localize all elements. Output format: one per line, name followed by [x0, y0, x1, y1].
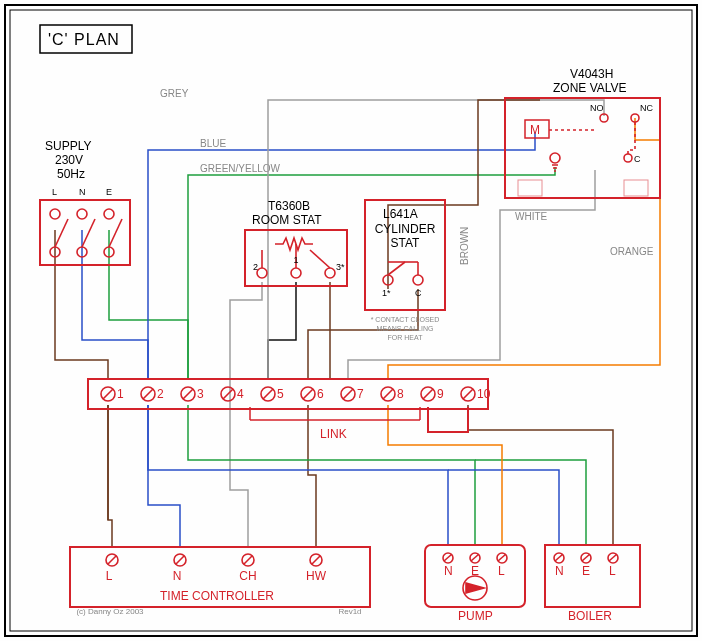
- svg-point-58: [624, 154, 632, 162]
- svg-text:E: E: [471, 564, 479, 578]
- boiler-block: N E L BOILER: [545, 545, 640, 623]
- wiring-diagram: 'C' PLAN GREEN/YELLOW BLUE: [0, 0, 702, 641]
- svg-text:C: C: [415, 288, 422, 298]
- pump-block: N E L PUMP: [425, 545, 525, 623]
- svg-text:L: L: [106, 569, 113, 583]
- svg-text:7: 7: [357, 387, 364, 401]
- svg-text:ROOM STAT: ROOM STAT: [252, 213, 322, 227]
- svg-text:9: 9: [437, 387, 444, 401]
- svg-line-22: [55, 219, 68, 247]
- svg-line-75: [263, 389, 273, 399]
- cylinder-stat-block: L641A CYLINDER STAT 1* C * CONTACT CLOSE…: [365, 200, 445, 341]
- svg-line-128: [582, 554, 590, 561]
- title-box: 'C' PLAN: [40, 25, 132, 53]
- svg-text:L: L: [498, 564, 505, 578]
- svg-text:* CONTACT CLOSED: * CONTACT CLOSED: [371, 316, 440, 323]
- svg-text:2: 2: [157, 387, 164, 401]
- svg-text:BROWN: BROWN: [459, 227, 470, 265]
- svg-text:8: 8: [397, 387, 404, 401]
- svg-text:FOR HEAT: FOR HEAT: [388, 334, 424, 341]
- svg-text:5: 5: [277, 387, 284, 401]
- svg-text:L: L: [609, 564, 616, 578]
- svg-text:PUMP: PUMP: [458, 609, 493, 623]
- svg-line-127: [555, 554, 563, 561]
- svg-text:V4043H: V4043H: [570, 67, 613, 81]
- svg-line-81: [383, 389, 393, 399]
- svg-line-115: [444, 554, 452, 561]
- svg-text:TIME CONTROLLER: TIME CONTROLLER: [160, 589, 274, 603]
- svg-text:NO: NO: [590, 103, 604, 113]
- svg-text:L641A: L641A: [383, 207, 418, 221]
- svg-text:N: N: [555, 564, 564, 578]
- svg-text:N: N: [173, 569, 182, 583]
- svg-text:LINK: LINK: [320, 427, 347, 441]
- title-label: 'C' PLAN: [48, 31, 120, 48]
- svg-text:3: 3: [197, 387, 204, 401]
- svg-text:T6360B: T6360B: [268, 199, 310, 213]
- svg-rect-63: [518, 180, 542, 196]
- svg-text:BLUE: BLUE: [200, 138, 226, 149]
- svg-text:WHITE: WHITE: [515, 211, 548, 222]
- svg-line-77: [303, 389, 313, 399]
- svg-line-73: [223, 389, 233, 399]
- svg-text:4: 4: [237, 387, 244, 401]
- time-controller-block: L N CH HW TIME CONTROLLER (c) Danny Oz 2…: [70, 547, 370, 616]
- svg-text:1*: 1*: [382, 288, 391, 298]
- svg-text:CH: CH: [239, 569, 256, 583]
- svg-rect-53: [505, 98, 660, 198]
- rev-label: Rev1d: [338, 607, 361, 616]
- svg-point-16: [50, 209, 60, 219]
- svg-line-23: [82, 219, 95, 247]
- svg-text:L: L: [52, 187, 57, 197]
- svg-text:230V: 230V: [55, 153, 83, 167]
- svg-line-116: [471, 554, 479, 561]
- svg-line-85: [463, 389, 473, 399]
- svg-text:STAT: STAT: [391, 236, 421, 250]
- svg-line-117: [498, 554, 506, 561]
- svg-line-103: [244, 556, 252, 564]
- room-stat-block: T6360B ROOM STAT 2 1 3*: [245, 199, 347, 286]
- svg-line-79: [343, 389, 353, 399]
- svg-text:CYLINDER: CYLINDER: [375, 222, 436, 236]
- svg-text:1: 1: [117, 387, 124, 401]
- svg-text:ORANGE: ORANGE: [610, 246, 654, 257]
- svg-rect-64: [624, 180, 648, 196]
- svg-point-30: [325, 268, 335, 278]
- svg-text:50Hz: 50Hz: [57, 167, 85, 181]
- svg-line-67: [103, 389, 113, 399]
- svg-line-101: [176, 556, 184, 564]
- svg-text:M: M: [530, 123, 540, 137]
- svg-line-71: [183, 389, 193, 399]
- supply-block: SUPPLY 230V 50Hz L N E: [40, 139, 130, 265]
- svg-text:N: N: [444, 564, 453, 578]
- svg-line-99: [108, 556, 116, 564]
- svg-point-42: [413, 275, 423, 285]
- svg-text:SUPPLY: SUPPLY: [45, 139, 91, 153]
- svg-point-28: [257, 268, 267, 278]
- svg-line-105: [312, 556, 320, 564]
- svg-point-59: [550, 153, 560, 163]
- svg-text:BOILER: BOILER: [568, 609, 612, 623]
- svg-line-24: [109, 219, 122, 247]
- svg-point-29: [291, 268, 301, 278]
- svg-text:E: E: [106, 187, 112, 197]
- svg-text:6: 6: [317, 387, 324, 401]
- svg-text:NC: NC: [640, 103, 653, 113]
- copyright-label: (c) Danny Oz 2003: [76, 607, 144, 616]
- svg-line-33: [310, 250, 330, 268]
- svg-text:MEANS CALLING: MEANS CALLING: [377, 325, 434, 332]
- svg-line-83: [423, 389, 433, 399]
- svg-text:C: C: [634, 154, 641, 164]
- svg-line-69: [143, 389, 153, 399]
- svg-point-17: [77, 209, 87, 219]
- svg-text:10: 10: [477, 387, 491, 401]
- svg-line-43: [388, 262, 405, 275]
- svg-text:1: 1: [293, 255, 298, 265]
- svg-text:ZONE VALVE: ZONE VALVE: [553, 81, 627, 95]
- svg-text:GREY: GREY: [160, 88, 189, 99]
- wires: GREEN/YELLOW BLUE GREY BROWN WHITE ORANG…: [55, 88, 660, 547]
- svg-text:N: N: [79, 187, 86, 197]
- svg-point-18: [104, 209, 114, 219]
- svg-line-129: [609, 554, 617, 561]
- svg-text:E: E: [582, 564, 590, 578]
